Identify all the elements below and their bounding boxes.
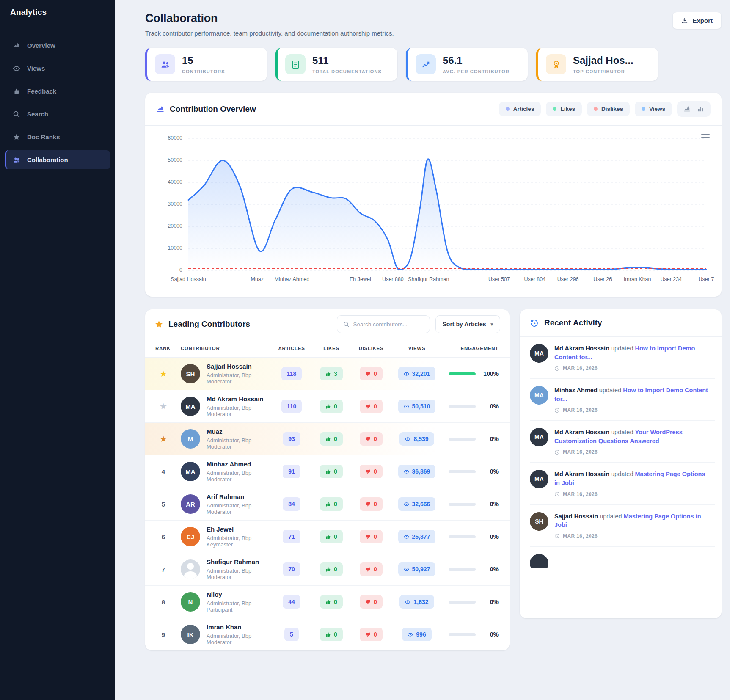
thumb-up-icon <box>325 632 331 637</box>
legend-pill[interactable]: Likes <box>546 102 582 116</box>
users-icon <box>12 156 20 164</box>
activity-action: updated <box>611 345 633 352</box>
sidebar-item-overview[interactable]: Overview <box>5 36 110 55</box>
sidebar: Analytics Overview Views Feedback Search… <box>0 0 115 700</box>
avatar: M <box>181 429 200 449</box>
table-title: Leading Contributors <box>154 320 250 329</box>
line-chart-toggle-icon[interactable] <box>683 105 691 113</box>
legend-label: Dislikes <box>601 106 623 112</box>
table-card-header: Leading Contributors Sort by Articles ▾ <box>145 309 510 339</box>
activity-text: Sajjad Hossain updated Mastering Page Op… <box>554 512 710 529</box>
users-icon <box>155 54 175 74</box>
rank-indicator: 8 <box>149 598 172 606</box>
activity-actor: Sajjad Hossain <box>554 513 598 520</box>
activity-action: updated <box>600 513 622 520</box>
download-icon <box>681 17 688 24</box>
views-badge: 8,539 <box>399 432 434 446</box>
search-icon <box>12 110 20 118</box>
history-icon <box>530 319 539 328</box>
bar-chart-toggle-icon[interactable] <box>697 105 704 113</box>
activity-actor: Md Akram Hossain <box>554 429 609 435</box>
engagement-percent: 0% <box>481 468 499 475</box>
sidebar-item-collaboration[interactable]: Collaboration <box>5 150 110 169</box>
legend-label: Views <box>649 106 665 112</box>
chart-area: 0100002000030000400005000060000 Sajjad H… <box>158 138 709 287</box>
avatar: MA <box>530 386 548 405</box>
chart-menu-icon[interactable] <box>701 132 710 138</box>
legend-pill[interactable]: Dislikes <box>587 102 630 116</box>
engagement-percent: 0% <box>481 403 499 410</box>
sidebar-item-doc-ranks[interactable]: Doc Ranks <box>5 127 110 146</box>
avatar <box>530 554 548 568</box>
clock-icon <box>554 408 560 413</box>
stat-card-documentations: 511 TOTAL DOCUMENTATIONS <box>275 48 397 81</box>
engagement-bar <box>449 568 476 571</box>
dislikes-badge: 0 <box>360 367 383 380</box>
sidebar-item-label: Collaboration <box>27 156 68 163</box>
stat-value: 15 <box>182 55 225 66</box>
dislikes-badge: 0 <box>360 628 383 641</box>
table-row: 5 AR Arif Rahman Administrator, Bbp Mode… <box>145 488 510 521</box>
chart-type-toggle <box>677 101 711 117</box>
engagement-fill <box>449 372 476 375</box>
thumb-down-icon <box>365 502 371 507</box>
clock-icon <box>554 491 560 497</box>
table-row: 8 N Niloy Administrator, Bbp Participant <box>145 586 510 618</box>
engagement-percent: 0% <box>481 631 499 638</box>
engagement-bar <box>449 438 476 441</box>
activity-actor: Md Akram Hossain <box>554 471 609 477</box>
views-badge: 25,377 <box>398 530 436 543</box>
contributor-name: Minhaz Ahmed <box>207 460 267 468</box>
stat-label: TOTAL DOCUMENTATIONS <box>312 69 382 74</box>
articles-badge: 110 <box>281 400 302 413</box>
legend-pill[interactable]: Articles <box>499 102 541 116</box>
sort-label: Sort by Articles <box>443 321 486 328</box>
contributor-name: Sajjad Hossain <box>207 363 267 370</box>
avatar <box>181 559 200 579</box>
dislikes-badge: 0 <box>360 595 383 609</box>
search-input[interactable] <box>353 321 424 328</box>
sidebar-item-label: Overview <box>27 42 55 49</box>
engagement-bar <box>449 633 476 636</box>
articles-badge: 118 <box>281 367 302 380</box>
sidebar-item-search[interactable]: Search <box>5 105 110 124</box>
views-badge: 1,632 <box>399 595 434 609</box>
sidebar-item-label: Feedback <box>27 88 56 95</box>
articles-badge: 71 <box>283 530 300 543</box>
avatar: MA <box>181 397 200 416</box>
likes-badge: 0 <box>320 530 343 543</box>
activity-item: MA Md Akram Hossain updated Mastering Pa… <box>530 463 715 504</box>
dislikes-badge: 0 <box>360 562 383 576</box>
views-badge: 50,927 <box>398 562 436 576</box>
rank-indicator: 5 <box>149 501 172 508</box>
avatar: IK <box>181 625 200 644</box>
contributor-name: Eh Jewel <box>207 526 267 533</box>
likes-badge: 3 <box>320 367 343 380</box>
activity-item-partial <box>530 547 715 568</box>
contributor-name: Niloy <box>207 591 267 598</box>
activity-date: MAR 16, 2026 <box>554 533 710 539</box>
sidebar-item-feedback[interactable]: Feedback <box>5 82 110 101</box>
table-row: ★ SH Sajjad Hossain Administrator, Bbp M… <box>145 358 510 390</box>
export-button[interactable]: Export <box>672 12 722 29</box>
table-header-row: RANK CONTRIBUTOR ARTICLES LIKES DISLIKES… <box>145 339 510 358</box>
legend-pill[interactable]: Views <box>635 102 672 116</box>
col-views: VIEWS <box>391 339 443 358</box>
search-box[interactable] <box>337 315 430 333</box>
legend-dot <box>594 107 598 111</box>
table-row: 7 Shafiqur Rahman Administrator, Bbp Mod… <box>145 553 510 586</box>
thumb-up-icon <box>325 599 331 605</box>
legend-dot <box>506 107 510 111</box>
activity-item: SH Sajjad Hossain updated Mastering Page… <box>530 505 715 547</box>
chart-plot <box>188 138 706 270</box>
export-label: Export <box>692 17 713 24</box>
dislikes-badge: 0 <box>360 497 383 511</box>
sidebar-item-views[interactable]: Views <box>5 59 110 78</box>
main-content: Collaboration Track contributor performa… <box>115 0 730 667</box>
star-icon <box>154 320 163 329</box>
likes-badge: 0 <box>320 497 343 511</box>
sort-dropdown[interactable]: Sort by Articles ▾ <box>435 315 501 333</box>
views-badge: 996 <box>402 628 431 641</box>
avatar: SH <box>181 364 200 383</box>
views-badge: 50,510 <box>398 400 436 413</box>
